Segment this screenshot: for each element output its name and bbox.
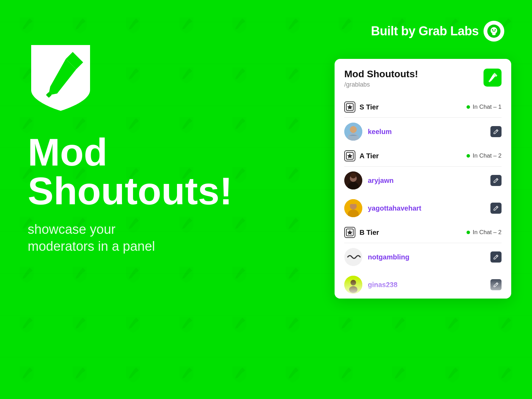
a-tier-dot: [467, 154, 470, 158]
yagotta-edit-icon[interactable]: [490, 203, 502, 214]
subtitle-line1: showcase your: [28, 222, 115, 237]
b-tier-name: B Tier: [360, 229, 379, 237]
aryjawn-edit-icon[interactable]: [490, 175, 502, 186]
svg-point-3: [495, 29, 496, 30]
yagotta-name: yagottahavehart: [368, 204, 422, 212]
yagotta-left: yagottahavehart: [344, 199, 422, 217]
yagotta-avatar: [344, 199, 362, 217]
panel-title: Mod Shoutouts!: [344, 69, 418, 80]
notgambling-edit-icon[interactable]: [490, 251, 502, 263]
b-tier-in-chat: In Chat – 2: [473, 229, 502, 236]
a-tier-in-chat: In Chat – 2: [473, 152, 502, 159]
keelum-left: keelum: [344, 123, 392, 141]
mod-panel: Mod Shoutouts! /grablabs: [335, 59, 511, 299]
panel-subtitle: /grablabs: [344, 81, 418, 88]
a-tier-row: A Tier In Chat – 2: [344, 145, 502, 167]
a-tier-icon: [344, 150, 355, 161]
panel-badge-icon: [484, 69, 502, 87]
title-line2: Shoutouts!: [28, 172, 229, 211]
keelum-avatar: [344, 123, 362, 141]
s-tier-in-chat: In Chat – 1: [473, 104, 502, 110]
b-tier-row: B Tier In Chat – 2: [344, 222, 502, 243]
svg-rect-1: [493, 31, 495, 32]
panel-title-section: Mod Shoutouts! /grablabs: [344, 69, 418, 88]
aryjawn-avatar: [344, 171, 362, 189]
s-tier-left: S Tier: [344, 101, 379, 113]
s-tier-icon: [344, 101, 355, 113]
hero-subtitle: showcase your moderators in a panel: [28, 221, 229, 255]
mod-row-aryjawn: aryjawn: [344, 167, 502, 194]
a-tier-name: A Tier: [360, 152, 379, 160]
grab-logo: [484, 21, 504, 42]
shield-container: [28, 42, 229, 116]
b-tier-left: B Tier: [344, 227, 379, 238]
sword-badge-icon: [488, 73, 497, 82]
a-tier-left: A Tier: [344, 150, 379, 161]
s-tier-name: S Tier: [360, 103, 379, 111]
shield-logo: [28, 42, 94, 114]
subtitle-line2: moderators in a panel: [28, 239, 155, 254]
s-tier-dot: [467, 105, 470, 109]
mod-row-yagotta: yagottahavehart: [344, 194, 502, 222]
left-section: Mod Shoutouts! showcase your moderators …: [28, 42, 229, 255]
b-tier-right: In Chat – 2: [467, 229, 502, 236]
title-line1: Mod: [28, 133, 229, 172]
built-by-label: Built by Grab Labs: [371, 24, 479, 38]
main-title: Mod Shoutouts!: [28, 133, 229, 211]
svg-point-2: [492, 29, 493, 30]
grab-logo-icon: [487, 25, 500, 38]
mod-row-keelum: keelum: [344, 118, 502, 145]
aryjawn-left: aryjawn: [344, 171, 393, 189]
b-tier-icon: [344, 227, 355, 238]
mod-row-notgambling: notgambling: [344, 243, 502, 271]
notgambling-avatar: [344, 248, 362, 266]
aryjawn-name: aryjawn: [368, 177, 393, 185]
a-tier-right: In Chat – 2: [467, 152, 502, 159]
header: Built by Grab Labs: [371, 21, 504, 42]
notgambling-left: notgambling: [344, 248, 409, 266]
s-tier-right: In Chat – 1: [467, 104, 502, 110]
keelum-edit-icon[interactable]: [490, 126, 502, 137]
main-content: Built by Grab Labs Mod: [0, 0, 532, 399]
b-tier-dot: [467, 231, 470, 234]
svg-point-8: [350, 126, 357, 133]
s-tier-row: S Tier In Chat – 1: [344, 97, 502, 118]
panel-bottom-fade: [335, 278, 511, 299]
panel-header: Mod Shoutouts! /grablabs: [344, 69, 502, 88]
keelum-name: keelum: [368, 128, 392, 136]
notgambling-name: notgambling: [368, 253, 409, 261]
